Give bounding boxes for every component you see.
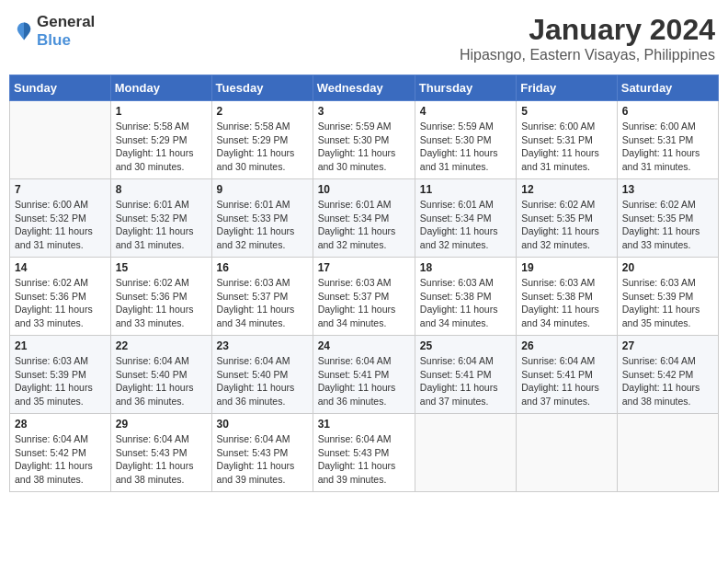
day-info: Sunrise: 6:02 AMSunset: 5:35 PMDaylight:… [622,198,713,252]
calendar-cell: 25Sunrise: 6:04 AMSunset: 5:41 PMDayligh… [415,336,516,414]
day-info: Sunrise: 6:04 AMSunset: 5:40 PMDaylight:… [116,354,207,408]
day-info: Sunrise: 6:01 AMSunset: 5:34 PMDaylight:… [420,198,511,252]
day-number: 24 [318,339,410,352]
calendar-cell: 26Sunrise: 6:04 AMSunset: 5:41 PMDayligh… [517,336,618,414]
calendar-cell: 12Sunrise: 6:02 AMSunset: 5:35 PMDayligh… [517,179,618,258]
page-header: General Blue January 2024 Hipasngo, East… [9,9,719,67]
calendar-cell: 23Sunrise: 6:04 AMSunset: 5:40 PMDayligh… [211,336,313,414]
calendar-cell [517,414,618,492]
day-info: Sunrise: 6:01 AMSunset: 5:32 PMDaylight:… [116,198,207,252]
logo-icon [13,20,35,42]
day-info: Sunrise: 5:59 AMSunset: 5:30 PMDaylight:… [318,120,410,174]
weekday-header-sunday: Sunday [10,75,111,101]
day-info: Sunrise: 5:58 AMSunset: 5:29 PMDaylight:… [217,120,308,174]
day-number: 18 [420,261,511,274]
day-info: Sunrise: 6:02 AMSunset: 5:35 PMDaylight:… [521,198,612,252]
calendar-cell: 13Sunrise: 6:02 AMSunset: 5:35 PMDayligh… [617,179,718,258]
day-info: Sunrise: 6:04 AMSunset: 5:42 PMDaylight:… [622,354,713,408]
day-number: 28 [15,418,106,431]
logo-blue: Blue [37,31,71,49]
calendar-cell: 4Sunrise: 5:59 AMSunset: 5:30 PMDaylight… [415,101,516,179]
week-row-3: 14Sunrise: 6:02 AMSunset: 5:36 PMDayligh… [10,258,719,336]
day-info: Sunrise: 6:04 AMSunset: 5:41 PMDaylight:… [521,354,612,408]
weekday-header-wednesday: Wednesday [313,75,415,101]
day-number: 15 [116,261,207,274]
calendar-cell: 22Sunrise: 6:04 AMSunset: 5:40 PMDayligh… [110,336,211,414]
day-number: 23 [217,339,308,352]
day-info: Sunrise: 6:03 AMSunset: 5:39 PMDaylight:… [15,354,106,408]
logo: General Blue [13,13,95,50]
day-number: 14 [15,261,106,274]
calendar-cell: 16Sunrise: 6:03 AMSunset: 5:37 PMDayligh… [211,258,313,336]
day-info: Sunrise: 6:04 AMSunset: 5:42 PMDaylight:… [15,432,106,487]
day-info: Sunrise: 6:03 AMSunset: 5:38 PMDaylight:… [420,276,511,330]
day-info: Sunrise: 6:03 AMSunset: 5:38 PMDaylight:… [521,276,612,330]
calendar-cell: 7Sunrise: 6:00 AMSunset: 5:32 PMDaylight… [10,179,111,258]
day-number: 10 [318,183,410,196]
day-number: 27 [622,339,713,352]
calendar-cell: 24Sunrise: 6:04 AMSunset: 5:41 PMDayligh… [313,336,415,414]
day-number: 2 [217,105,308,118]
day-info: Sunrise: 6:04 AMSunset: 5:41 PMDaylight:… [420,354,511,408]
calendar-cell [10,101,111,179]
calendar-cell: 17Sunrise: 6:03 AMSunset: 5:37 PMDayligh… [313,258,415,336]
day-info: Sunrise: 6:04 AMSunset: 5:43 PMDaylight:… [217,432,308,487]
day-number: 30 [217,418,308,431]
title-area: January 2024 Hipasngo, Eastern Visayas, … [460,13,715,63]
calendar-cell: 31Sunrise: 6:04 AMSunset: 5:43 PMDayligh… [313,414,415,492]
weekday-header-friday: Friday [517,75,618,101]
day-number: 25 [420,339,511,352]
day-number: 22 [116,339,207,352]
day-number: 7 [15,183,106,196]
day-number: 9 [217,183,308,196]
calendar-cell: 15Sunrise: 6:02 AMSunset: 5:36 PMDayligh… [110,258,211,336]
day-info: Sunrise: 6:02 AMSunset: 5:36 PMDaylight:… [116,276,207,330]
calendar-cell: 18Sunrise: 6:03 AMSunset: 5:38 PMDayligh… [415,258,516,336]
calendar-cell [415,414,516,492]
logo-text: General Blue [37,13,95,50]
location-title: Hipasngo, Eastern Visayas, Philippines [460,47,715,63]
calendar-cell: 20Sunrise: 6:03 AMSunset: 5:39 PMDayligh… [617,258,718,336]
logo-general: General [37,13,95,30]
day-number: 29 [116,418,207,431]
day-number: 21 [15,339,106,352]
day-number: 20 [622,261,713,274]
week-row-5: 28Sunrise: 6:04 AMSunset: 5:42 PMDayligh… [10,414,719,492]
day-number: 3 [318,105,410,118]
weekday-header-tuesday: Tuesday [211,75,313,101]
calendar-cell: 9Sunrise: 6:01 AMSunset: 5:33 PMDaylight… [211,179,313,258]
day-number: 17 [318,261,410,274]
day-info: Sunrise: 6:00 AMSunset: 5:31 PMDaylight:… [622,120,713,174]
calendar-table: SundayMondayTuesdayWednesdayThursdayFrid… [9,75,719,492]
calendar-cell: 14Sunrise: 6:02 AMSunset: 5:36 PMDayligh… [10,258,111,336]
day-info: Sunrise: 6:04 AMSunset: 5:43 PMDaylight:… [318,432,410,487]
calendar-cell: 30Sunrise: 6:04 AMSunset: 5:43 PMDayligh… [211,414,313,492]
calendar-cell: 8Sunrise: 6:01 AMSunset: 5:32 PMDaylight… [110,179,211,258]
day-info: Sunrise: 6:03 AMSunset: 5:39 PMDaylight:… [622,276,713,330]
day-number: 31 [318,418,410,431]
weekday-header-row: SundayMondayTuesdayWednesdayThursdayFrid… [10,75,719,101]
calendar-cell: 21Sunrise: 6:03 AMSunset: 5:39 PMDayligh… [10,336,111,414]
calendar-cell: 3Sunrise: 5:59 AMSunset: 5:30 PMDaylight… [313,101,415,179]
day-number: 6 [622,105,713,118]
day-info: Sunrise: 6:03 AMSunset: 5:37 PMDaylight:… [318,276,410,330]
month-title: January 2024 [460,13,715,47]
day-number: 1 [116,105,207,118]
calendar-cell [617,414,718,492]
week-row-4: 21Sunrise: 6:03 AMSunset: 5:39 PMDayligh… [10,336,719,414]
week-row-2: 7Sunrise: 6:00 AMSunset: 5:32 PMDaylight… [10,179,719,258]
calendar-cell: 6Sunrise: 6:00 AMSunset: 5:31 PMDaylight… [617,101,718,179]
day-info: Sunrise: 5:59 AMSunset: 5:30 PMDaylight:… [420,120,511,174]
day-number: 13 [622,183,713,196]
day-info: Sunrise: 6:04 AMSunset: 5:43 PMDaylight:… [116,432,207,487]
calendar-cell: 10Sunrise: 6:01 AMSunset: 5:34 PMDayligh… [313,179,415,258]
day-number: 16 [217,261,308,274]
calendar-cell: 5Sunrise: 6:00 AMSunset: 5:31 PMDaylight… [517,101,618,179]
weekday-header-saturday: Saturday [617,75,718,101]
day-info: Sunrise: 5:58 AMSunset: 5:29 PMDaylight:… [116,120,207,174]
calendar-cell: 19Sunrise: 6:03 AMSunset: 5:38 PMDayligh… [517,258,618,336]
day-info: Sunrise: 6:01 AMSunset: 5:34 PMDaylight:… [318,198,410,252]
calendar-cell: 2Sunrise: 5:58 AMSunset: 5:29 PMDaylight… [211,101,313,179]
day-info: Sunrise: 6:03 AMSunset: 5:37 PMDaylight:… [217,276,308,330]
weekday-header-thursday: Thursday [415,75,516,101]
